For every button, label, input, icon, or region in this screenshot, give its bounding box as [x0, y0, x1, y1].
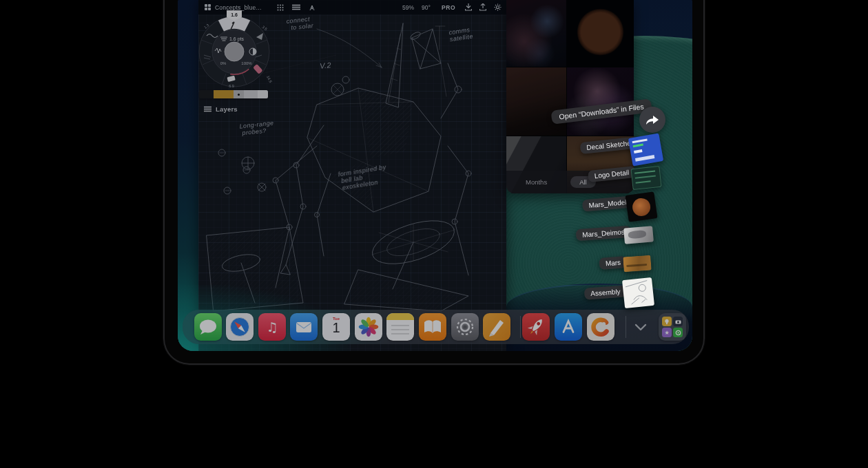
forward-arrow-icon [645, 114, 660, 125]
drop-hint-tooltip: Open “Downloads” in Files [550, 98, 652, 125]
ipad-screen: connect to solar commssatellite V.2 Long… [178, 0, 692, 351]
drag-thumb-mars-deimos[interactable] [623, 226, 654, 244]
drag-thumb-assembly[interactable] [622, 277, 654, 308]
drag-thumb-mars[interactable] [623, 255, 651, 273]
drag-item-label[interactable]: Mars_Deimos [576, 226, 632, 242]
drag-thumb-mars-model[interactable] [625, 191, 657, 222]
drag-layer: Open “Downloads” in Files Decal Sketches… [178, 0, 692, 351]
drag-item-label[interactable]: Assembly [584, 285, 627, 299]
assembly-sketch [622, 277, 654, 308]
drag-thumb-decal-sketches[interactable] [628, 133, 663, 166]
drag-item-label[interactable]: Logo Detail [588, 166, 636, 182]
ipad-device: connect to solar commssatellite V.2 Long… [163, 0, 705, 365]
drag-thumb-logo-detail[interactable] [630, 166, 661, 190]
share-forward-button[interactable] [639, 107, 665, 133]
